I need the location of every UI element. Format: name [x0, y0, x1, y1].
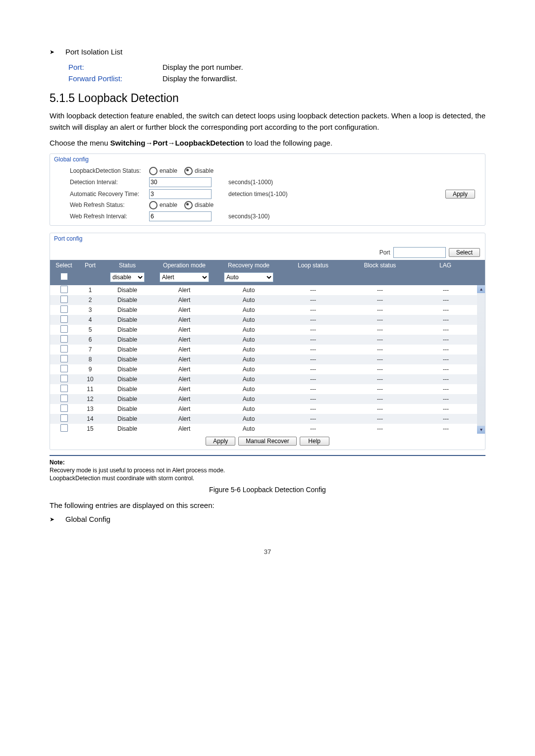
cell-lag: --- — [415, 356, 477, 363]
cell-lag: --- — [415, 386, 477, 393]
status-filter-select[interactable]: disable — [110, 272, 145, 282]
cell-port: 9 — [78, 366, 103, 373]
row-checkbox[interactable] — [60, 315, 68, 323]
table-filter-row: disable Alert Auto — [50, 271, 485, 285]
cell-status: Disable — [103, 316, 152, 323]
note-line-1: Recovery mode is just useful to process … — [50, 467, 485, 474]
cell-lag: --- — [415, 405, 477, 412]
cell-recovery-mode: Auto — [216, 366, 281, 373]
help-button[interactable]: Help — [300, 437, 329, 446]
row-checkbox[interactable] — [60, 385, 68, 392]
auto-recovery-input[interactable] — [149, 189, 212, 199]
cell-port: 12 — [78, 396, 103, 403]
cell-lag: --- — [415, 297, 477, 303]
web-refresh-disable-radio[interactable] — [184, 201, 193, 209]
table-header-row: Select Port Status Operation mode Recove… — [50, 260, 485, 271]
global-apply-button[interactable]: Apply — [445, 190, 475, 199]
loopback-enable-radio[interactable] — [149, 167, 158, 175]
cell-recovery-mode: Auto — [216, 405, 281, 412]
cell-operation-mode: Alert — [152, 415, 216, 422]
cell-lag: --- — [415, 415, 477, 422]
cell-operation-mode: Alert — [152, 396, 216, 403]
row-checkbox[interactable] — [60, 325, 68, 333]
loopback-status-label: LoopbackDetection Status: — [70, 167, 149, 174]
cell-operation-mode: Alert — [152, 366, 216, 373]
row-checkbox[interactable] — [60, 355, 68, 362]
cell-port: 13 — [78, 405, 103, 412]
cell-status: Disable — [103, 366, 152, 373]
cell-status: Disable — [103, 287, 152, 294]
bullet-icon: ➤ — [50, 516, 54, 523]
cell-status: Disable — [103, 415, 152, 422]
cell-block-status: --- — [345, 386, 415, 393]
def-forward-portlist: Forward Portlist: Display the forwardlis… — [50, 74, 485, 83]
cell-operation-mode: Alert — [152, 376, 216, 383]
manual-recover-button[interactable]: Manual Recover — [238, 437, 296, 446]
row-checkbox[interactable] — [60, 296, 68, 303]
table-apply-button[interactable]: Apply — [206, 437, 235, 446]
operation-filter-select[interactable]: Alert — [160, 272, 209, 282]
select-all-checkbox[interactable] — [60, 273, 68, 280]
row-checkbox[interactable] — [60, 375, 68, 382]
cell-recovery-mode: Auto — [216, 396, 281, 403]
bullet-text: Port Isolation List — [65, 48, 122, 56]
table-row: 3DisableAlertAuto--------- — [50, 305, 477, 315]
cell-loop-status: --- — [281, 316, 345, 323]
cell-lag: --- — [415, 376, 477, 383]
scroll-down-icon[interactable]: ▾ — [477, 426, 485, 434]
port-select-button[interactable]: Select — [449, 248, 480, 257]
cell-port: 2 — [78, 297, 103, 303]
row-checkbox[interactable] — [60, 395, 68, 402]
row-checkbox[interactable] — [60, 286, 68, 293]
detection-interval-label: Detection Interval: — [70, 179, 149, 186]
port-search-input[interactable] — [393, 247, 446, 258]
figure-caption: Figure 5-6 Loopback Detection Config — [50, 486, 485, 494]
cell-lag: --- — [415, 366, 477, 373]
row-checkbox[interactable] — [60, 424, 68, 432]
row-checkbox[interactable] — [60, 335, 68, 343]
header-select: Select — [50, 262, 78, 269]
loopback-disable-radio[interactable] — [184, 167, 193, 175]
recovery-filter-select[interactable]: Auto — [224, 272, 273, 282]
web-refresh-enable-radio[interactable] — [149, 201, 158, 209]
auto-recovery-label: Automatic Recovery Time: — [70, 191, 149, 198]
cell-operation-mode: Alert — [152, 316, 216, 323]
row-checkbox[interactable] — [60, 305, 68, 313]
cell-operation-mode: Alert — [152, 326, 216, 333]
detection-interval-input[interactable] — [149, 177, 212, 187]
cell-loop-status: --- — [281, 326, 345, 333]
cell-recovery-mode: Auto — [216, 386, 281, 393]
cell-lag: --- — [415, 326, 477, 333]
cell-block-status: --- — [345, 425, 415, 432]
cell-loop-status: --- — [281, 415, 345, 422]
enable-text: enable — [160, 202, 177, 208]
cell-lag: --- — [415, 316, 477, 323]
table-row: 6DisableAlertAuto--------- — [50, 335, 477, 345]
separator — [50, 455, 485, 456]
port-config-panel: Port config Port Select Select Port Stat… — [50, 233, 485, 450]
cell-block-status: --- — [345, 326, 415, 333]
row-checkbox[interactable] — [60, 404, 68, 412]
cell-port: 5 — [78, 326, 103, 333]
cell-block-status: --- — [345, 356, 415, 363]
table-row: 5DisableAlertAuto--------- — [50, 325, 477, 335]
menu-path: Switching→Port→LoopbackDetection — [110, 139, 244, 147]
def-port: Port: Display the port number. — [50, 63, 485, 71]
cell-recovery-mode: Auto — [216, 326, 281, 333]
cell-port: 10 — [78, 376, 103, 383]
row-checkbox[interactable] — [60, 345, 68, 353]
row-checkbox[interactable] — [60, 414, 68, 422]
scroll-up-icon[interactable]: ▴ — [477, 285, 485, 293]
menu-pre: Choose the menu — [50, 139, 110, 147]
cell-lag: --- — [415, 287, 477, 294]
cell-block-status: --- — [345, 306, 415, 313]
row-checkbox[interactable] — [60, 365, 68, 372]
cell-recovery-mode: Auto — [216, 297, 281, 303]
table-row: 2DisableAlertAuto--------- — [50, 295, 477, 305]
table-scrollbar[interactable]: ▴ ▾ — [477, 285, 485, 434]
bullet-icon: ➤ — [50, 49, 54, 55]
web-refresh-interval-input[interactable] — [149, 211, 212, 221]
table-row: 4DisableAlertAuto--------- — [50, 315, 477, 325]
cell-recovery-mode: Auto — [216, 287, 281, 294]
closing-paragraph: The following entries are displayed on t… — [50, 500, 485, 511]
